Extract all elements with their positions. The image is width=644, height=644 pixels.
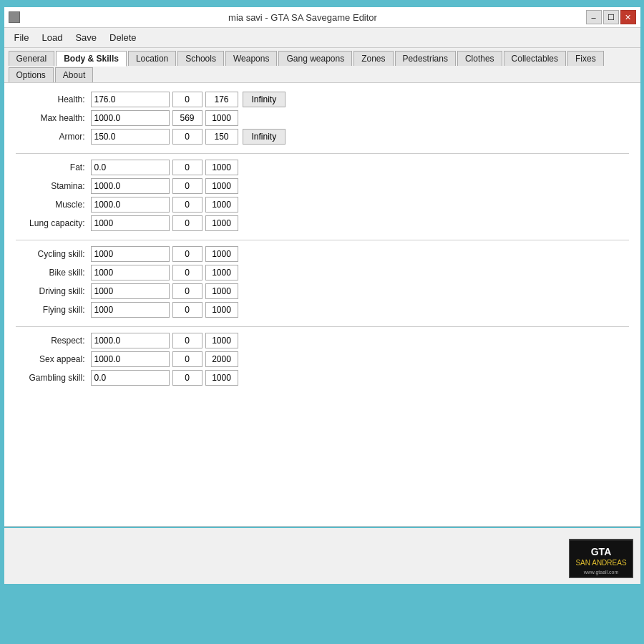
lung-max[interactable] [205, 215, 238, 231]
divider-2 [16, 240, 629, 240]
armor-infinity-button[interactable]: Infinity [243, 129, 286, 145]
respect-input[interactable] [91, 333, 170, 348]
max-health-min[interactable] [172, 110, 203, 126]
tab-general[interactable]: General [9, 51, 55, 66]
fat-label: Fat: [16, 162, 91, 172]
tab-body-skills[interactable]: Body & Skills [56, 51, 127, 67]
fat-min[interactable] [172, 160, 203, 175]
respect-max[interactable] [205, 333, 238, 348]
muscle-input[interactable] [91, 197, 170, 213]
tab-collectables[interactable]: Collectables [504, 51, 566, 66]
cycling-row: Cycling skill: [16, 246, 629, 262]
gta-logo-image: GTA SAN ANDREAS www.gtaall.com [569, 539, 633, 578]
gambling-row: Gambling skill: [16, 370, 629, 386]
respect-row: Respect: [16, 333, 629, 348]
flying-min[interactable] [172, 302, 203, 318]
sex-appeal-input[interactable] [91, 351, 170, 367]
svg-text:www.gtaall.com: www.gtaall.com [582, 570, 618, 575]
driving-input[interactable] [91, 283, 170, 299]
sex-appeal-max[interactable] [205, 351, 238, 367]
stamina-min[interactable] [172, 178, 203, 194]
maximize-button[interactable]: ☐ [603, 10, 619, 24]
menu-load[interactable]: Load [36, 31, 68, 44]
gambling-min[interactable] [172, 370, 203, 386]
tab-fixes[interactable]: Fixes [567, 51, 604, 66]
menu-bar: File Load Save Delete [4, 28, 640, 48]
armor-min[interactable] [172, 129, 203, 145]
bike-min[interactable] [172, 265, 203, 280]
driving-label: Driving skill: [16, 286, 91, 296]
main-window: mia savi - GTA SA Savegame Editor – ☐ ✕ … [3, 6, 642, 585]
respect-min[interactable] [172, 333, 203, 348]
menu-delete[interactable]: Delete [104, 31, 142, 44]
cycling-max[interactable] [205, 246, 238, 262]
armor-max[interactable] [205, 129, 238, 145]
tab-pedestrians[interactable]: Pedestrians [395, 51, 456, 66]
title-bar: mia savi - GTA SA Savegame Editor – ☐ ✕ [4, 7, 640, 28]
health-max[interactable] [205, 92, 238, 107]
gambling-label: Gambling skill: [16, 373, 91, 383]
max-health-max[interactable] [205, 110, 238, 126]
gta-logo-area: GTA SAN ANDREAS www.gtaall.com [569, 539, 633, 578]
respect-label: Respect: [16, 336, 91, 346]
muscle-min[interactable] [172, 197, 203, 213]
cycling-label: Cycling skill: [16, 249, 91, 259]
muscle-label: Muscle: [16, 200, 91, 210]
fat-max[interactable] [205, 160, 238, 175]
content-area: Health: Infinity Max health: Armor: Infi… [4, 83, 640, 527]
driving-min[interactable] [172, 283, 203, 299]
minimize-button[interactable]: – [586, 10, 602, 24]
stamina-max[interactable] [205, 178, 238, 194]
bike-max[interactable] [205, 265, 238, 280]
health-input[interactable] [91, 92, 170, 107]
lung-min[interactable] [172, 215, 203, 231]
tab-weapons[interactable]: Weapons [225, 51, 277, 66]
lung-input[interactable] [91, 215, 170, 231]
tab-gang-weapons[interactable]: Gang weapons [278, 51, 352, 66]
sex-appeal-label: Sex appeal: [16, 354, 91, 364]
tab-location[interactable]: Location [128, 51, 176, 66]
section-health: Health: Infinity Max health: Armor: Infi… [16, 92, 629, 145]
armor-input[interactable] [91, 129, 170, 145]
gambling-input[interactable] [91, 370, 170, 386]
title-controls: – ☐ ✕ [586, 10, 636, 24]
tab-about[interactable]: About [55, 67, 93, 82]
flying-label: Flying skill: [16, 305, 91, 315]
close-button[interactable]: ✕ [620, 10, 636, 24]
tab-schools[interactable]: Schools [177, 51, 224, 66]
tab-options[interactable]: Options [9, 67, 54, 82]
bike-label: Bike skill: [16, 268, 91, 278]
health-min[interactable] [172, 92, 203, 107]
stamina-label: Stamina: [16, 181, 91, 191]
max-health-input[interactable] [91, 110, 170, 126]
section-skills: Cycling skill: Bike skill: Driving skill… [16, 246, 629, 318]
gta-logo-svg: GTA SAN ANDREAS www.gtaall.com [570, 541, 633, 577]
driving-max[interactable] [205, 283, 238, 299]
tab-clothes[interactable]: Clothes [457, 51, 502, 66]
svg-text:SAN ANDREAS: SAN ANDREAS [575, 559, 626, 567]
gambling-max[interactable] [205, 370, 238, 386]
cycling-input[interactable] [91, 246, 170, 262]
stamina-input[interactable] [91, 178, 170, 194]
menu-save[interactable]: Save [69, 31, 102, 44]
max-health-label: Max health: [16, 113, 91, 123]
lung-label: Lung capacity: [16, 218, 91, 228]
muscle-row: Muscle: [16, 197, 629, 213]
bike-input[interactable] [91, 265, 170, 280]
tabs-bar: General Body & Skills Location Schools W… [4, 48, 640, 83]
health-row: Health: Infinity [16, 92, 629, 107]
sex-appeal-min[interactable] [172, 351, 203, 367]
muscle-max[interactable] [205, 197, 238, 213]
flying-input[interactable] [91, 302, 170, 318]
fat-input[interactable] [91, 160, 170, 175]
bike-row: Bike skill: [16, 265, 629, 280]
flying-max[interactable] [205, 302, 238, 318]
svg-text:GTA: GTA [590, 546, 611, 557]
menu-file[interactable]: File [9, 31, 35, 44]
cycling-min[interactable] [172, 246, 203, 262]
sex-appeal-row: Sex appeal: [16, 351, 629, 367]
lung-row: Lung capacity: [16, 215, 629, 231]
max-health-row: Max health: [16, 110, 629, 126]
tab-zones[interactable]: Zones [353, 51, 393, 66]
health-infinity-button[interactable]: Infinity [243, 92, 286, 107]
